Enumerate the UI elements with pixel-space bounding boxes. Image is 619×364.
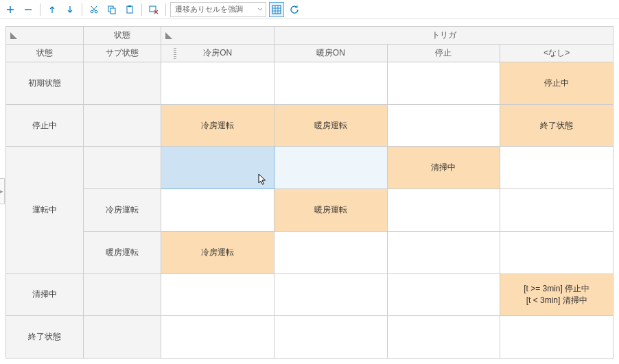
cell-heat[interactable]: 暖房運転 bbox=[275, 104, 388, 147]
svg-rect-7 bbox=[272, 5, 281, 14]
arrow-up-icon[interactable] bbox=[45, 2, 60, 17]
substate-label: 暖房運転 bbox=[84, 231, 161, 274]
substate-label bbox=[84, 62, 161, 105]
cell-cool[interactable] bbox=[161, 147, 275, 189]
toolbar: 遷移ありセルを強調 bbox=[0, 0, 619, 19]
grid-view-icon[interactable] bbox=[269, 2, 284, 17]
copy-icon[interactable] bbox=[104, 2, 119, 17]
cell-heat[interactable] bbox=[275, 316, 388, 359]
cell-none[interactable] bbox=[500, 316, 614, 359]
substate-label bbox=[84, 274, 161, 316]
cell-cool[interactable]: 冷房運転 bbox=[161, 231, 275, 274]
cell-stop[interactable] bbox=[387, 316, 500, 359]
table-row[interactable]: 冷房運転暖房運転 bbox=[6, 189, 614, 232]
svg-rect-3 bbox=[110, 8, 115, 14]
cell-cool[interactable] bbox=[161, 189, 275, 232]
cell-none[interactable]: 停止中 bbox=[500, 62, 614, 105]
cell-heat[interactable] bbox=[275, 231, 388, 274]
table-row[interactable]: 終了状態 bbox=[6, 316, 614, 359]
separator bbox=[165, 3, 166, 16]
cell-none[interactable]: 終了状態 bbox=[500, 104, 614, 147]
svg-rect-4 bbox=[127, 6, 132, 13]
trigger-group-header: トリガ bbox=[275, 27, 614, 45]
add-icon[interactable] bbox=[3, 2, 18, 17]
cell-stop[interactable] bbox=[387, 231, 500, 274]
table-row[interactable]: 運転中清掃中 bbox=[6, 147, 614, 189]
cell-heat[interactable] bbox=[275, 274, 388, 316]
delete-cell-icon[interactable] bbox=[146, 2, 161, 17]
substate-label bbox=[84, 104, 161, 147]
svg-rect-5 bbox=[128, 5, 131, 7]
separator bbox=[40, 3, 40, 16]
arrow-down-icon[interactable] bbox=[62, 2, 78, 17]
cut-icon[interactable] bbox=[86, 2, 102, 17]
cell-none[interactable]: [t >= 3min] 停止中 [t < 3min] 清掃中 bbox=[500, 274, 614, 316]
highlight-select-label: 遷移ありセルを強調 bbox=[175, 4, 243, 14]
col-stop-header[interactable]: 停止 bbox=[387, 45, 500, 62]
state-label: 運転中 bbox=[6, 147, 84, 274]
expand-left-tab-icon[interactable]: ▸ bbox=[0, 178, 5, 204]
table-row[interactable]: 停止中冷房運転暖房運転終了状態 bbox=[6, 104, 614, 147]
state-label: 終了状態 bbox=[6, 316, 84, 359]
state-table-container: 状態 トリガ 状態 サブ状態 冷房ON 暖房ON 停止 <なし> 初期状態停止中… bbox=[5, 26, 614, 359]
state-label: 清掃中 bbox=[6, 274, 84, 316]
table-row[interactable]: 暖房運転冷房運転 bbox=[6, 231, 614, 274]
col-none-header[interactable]: <なし> bbox=[500, 45, 614, 62]
cell-cool[interactable] bbox=[161, 274, 275, 316]
cell-heat[interactable]: 暖房運転 bbox=[275, 189, 388, 232]
col-cool-header[interactable]: 冷房ON bbox=[161, 45, 275, 62]
cell-none[interactable] bbox=[500, 189, 614, 232]
corner-state-icon bbox=[6, 27, 84, 45]
paste-icon[interactable] bbox=[122, 2, 137, 17]
cell-heat[interactable] bbox=[275, 62, 388, 105]
table-row[interactable]: 初期状態停止中 bbox=[6, 62, 614, 105]
cell-none[interactable] bbox=[500, 147, 614, 189]
separator bbox=[141, 3, 142, 16]
table-row[interactable]: 清掃中[t >= 3min] 停止中 [t < 3min] 清掃中 bbox=[6, 274, 614, 316]
substate-label: 冷房運転 bbox=[84, 189, 161, 232]
cell-cool[interactable] bbox=[161, 62, 275, 105]
state-label: 停止中 bbox=[6, 104, 84, 147]
col-substate-header[interactable]: サブ状態 bbox=[84, 45, 161, 62]
cell-stop[interactable] bbox=[387, 274, 500, 316]
cell-stop[interactable] bbox=[387, 104, 500, 147]
state-transition-table[interactable]: 状態 トリガ 状態 サブ状態 冷房ON 暖房ON 停止 <なし> 初期状態停止中… bbox=[5, 26, 614, 359]
cell-cool[interactable]: 冷房運転 bbox=[161, 104, 275, 147]
state-group-header: 状態 bbox=[84, 27, 161, 45]
substate-label bbox=[84, 147, 161, 189]
refresh-icon[interactable] bbox=[287, 2, 302, 17]
cell-stop[interactable]: 清掃中 bbox=[387, 147, 500, 189]
remove-icon[interactable] bbox=[21, 2, 36, 17]
cell-heat[interactable] bbox=[275, 147, 388, 189]
cell-stop[interactable] bbox=[387, 62, 500, 105]
corner-trigger-icon bbox=[161, 27, 275, 45]
substate-label bbox=[84, 316, 161, 359]
chevron-down-icon bbox=[257, 5, 263, 14]
col-state-header[interactable]: 状態 bbox=[6, 45, 84, 62]
cell-none[interactable] bbox=[500, 231, 614, 274]
col-heat-header[interactable]: 暖房ON bbox=[275, 45, 388, 62]
highlight-select[interactable]: 遷移ありセルを強調 bbox=[170, 2, 266, 17]
separator bbox=[82, 3, 82, 16]
cell-cool[interactable] bbox=[161, 316, 275, 359]
state-label: 初期状態 bbox=[6, 62, 84, 105]
cell-stop[interactable] bbox=[387, 189, 500, 232]
